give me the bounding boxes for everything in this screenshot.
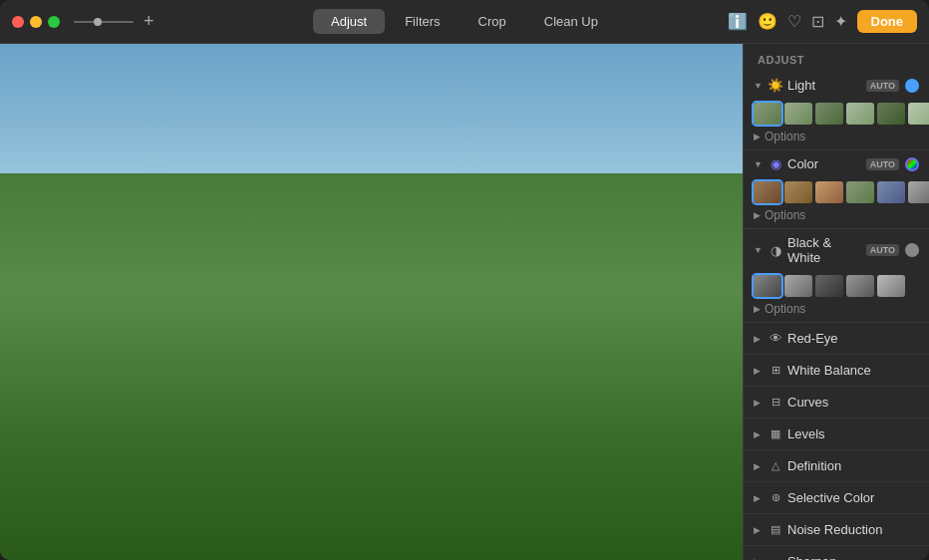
bw-thumb-1[interactable]	[754, 275, 781, 297]
tab-crop[interactable]: Crop	[461, 9, 524, 34]
light-toggle[interactable]	[905, 79, 919, 93]
levels-icon: ▦	[768, 427, 783, 440]
zoom-control: +	[74, 11, 155, 32]
section-levels[interactable]: ▶ ▦ Levels	[744, 419, 929, 450]
close-button[interactable]	[12, 16, 24, 28]
bw-thumb-5[interactable]	[877, 275, 905, 297]
share-icon[interactable]: ✦	[834, 12, 847, 31]
done-button[interactable]: Done	[857, 10, 918, 33]
tab-cleanup[interactable]: Clean Up	[526, 9, 616, 34]
zoom-thumb	[94, 18, 102, 26]
chevron-noise-reduction: ▶	[754, 525, 764, 535]
chevron-color: ▼	[754, 159, 764, 169]
section-red-eye-label: Red-Eye	[787, 331, 919, 346]
section-color-header[interactable]: ▼ ◉ Color AUTO	[744, 150, 929, 177]
section-curves-label: Curves	[787, 395, 919, 410]
section-curves[interactable]: ▶ ⊟ Curves	[744, 387, 929, 419]
bg-grass	[0, 173, 743, 561]
options-chevron-color: ▶	[754, 210, 761, 220]
section-definition[interactable]: ▶ △ Definition	[744, 450, 929, 482]
light-icon: ☀️	[768, 78, 783, 93]
chevron-red-eye: ▶	[754, 334, 764, 344]
color-options-label: Options	[765, 208, 805, 222]
light-thumb-1[interactable]	[754, 103, 781, 125]
tab-adjust[interactable]: Adjust	[313, 9, 385, 34]
section-sharpen[interactable]: ▶ ▲ Sharpen	[744, 546, 929, 560]
section-noise-reduction-label: Noise Reduction	[787, 522, 919, 537]
section-sharpen-label: Sharpen	[787, 554, 919, 560]
color-auto-badge[interactable]: AUTO	[866, 158, 899, 170]
titlebar-right: ℹ️ 🙂 ♡ ⊡ ✦ Done	[728, 10, 918, 33]
options-chevron-light: ▶	[754, 132, 761, 141]
light-thumb-3[interactable]	[815, 103, 843, 125]
noise-reduction-icon: ▤	[768, 523, 783, 536]
color-thumb-2[interactable]	[784, 181, 812, 203]
bw-options-label: Options	[765, 302, 805, 316]
bw-thumbnails	[744, 271, 929, 299]
section-color: ▼ ◉ Color AUTO ▶ Options	[744, 150, 929, 229]
tab-filters[interactable]: Filters	[387, 9, 458, 34]
section-light-label: Light	[787, 78, 862, 93]
section-bw: ▼ ◑ Black & White AUTO ▶ Options	[744, 229, 929, 323]
chevron-bw: ▼	[754, 245, 764, 255]
chevron-light: ▼	[754, 81, 764, 91]
zoom-slider[interactable]	[74, 21, 134, 23]
color-thumb-6[interactable]	[908, 181, 929, 203]
options-chevron-bw: ▶	[754, 304, 761, 314]
section-red-eye[interactable]: ▶ 👁 Red-Eye	[744, 323, 929, 355]
definition-icon: △	[768, 459, 783, 472]
photo-area	[0, 44, 743, 560]
section-white-balance[interactable]: ▶ ⊞ White Balance	[744, 355, 929, 387]
chevron-curves: ▶	[754, 398, 764, 408]
crop-icon[interactable]: ⊡	[811, 12, 824, 31]
photo-canvas	[0, 44, 743, 560]
color-thumb-5[interactable]	[877, 181, 905, 203]
light-thumb-2[interactable]	[784, 103, 812, 125]
selective-color-icon: ⊛	[768, 491, 783, 504]
light-thumb-6[interactable]	[908, 103, 929, 125]
curves-icon: ⊟	[768, 396, 783, 409]
chevron-definition: ▶	[754, 461, 764, 471]
section-light-header[interactable]: ▼ ☀️ Light AUTO	[744, 72, 929, 99]
bw-auto-badge[interactable]: AUTO	[866, 244, 899, 256]
white-balance-icon: ⊞	[768, 364, 783, 377]
color-icon: ◉	[768, 156, 783, 171]
bw-icon: ◑	[768, 243, 783, 258]
emoji-icon[interactable]: 🙂	[758, 12, 777, 31]
section-noise-reduction[interactable]: ▶ ▤ Noise Reduction	[744, 514, 929, 546]
bw-options-row[interactable]: ▶ Options	[744, 299, 929, 322]
nav-tabs: Adjust Filters Crop Clean Up	[313, 9, 616, 34]
light-options-label: Options	[765, 130, 805, 143]
chevron-sharpen: ▶	[754, 557, 764, 561]
bw-toggle[interactable]	[905, 243, 919, 257]
color-thumb-1[interactable]	[754, 181, 781, 203]
chevron-levels: ▶	[754, 429, 764, 439]
light-options-row[interactable]: ▶ Options	[744, 127, 929, 149]
section-bw-label: Black & White	[787, 235, 862, 265]
section-levels-label: Levels	[787, 426, 919, 441]
color-toggle[interactable]	[905, 157, 919, 171]
section-selective-color[interactable]: ▶ ⊛ Selective Color	[744, 482, 929, 514]
maximize-button[interactable]	[48, 16, 60, 28]
color-thumbnails	[744, 177, 929, 205]
heart-icon[interactable]: ♡	[787, 12, 801, 31]
bw-thumb-4[interactable]	[846, 275, 874, 297]
color-thumb-4[interactable]	[846, 181, 874, 203]
section-light: ▼ ☀️ Light AUTO ▶ Options	[744, 72, 929, 150]
panel-header: ADJUST	[744, 44, 929, 72]
light-thumb-5[interactable]	[877, 103, 905, 125]
section-bw-header[interactable]: ▼ ◑ Black & White AUTO	[744, 229, 929, 271]
traffic-lights	[12, 16, 60, 28]
bw-thumb-3[interactable]	[815, 275, 843, 297]
minimize-button[interactable]	[30, 16, 42, 28]
section-selective-color-label: Selective Color	[787, 490, 919, 505]
color-options-row[interactable]: ▶ Options	[744, 205, 929, 228]
red-eye-icon: 👁	[768, 331, 783, 346]
light-thumb-4[interactable]	[846, 103, 874, 125]
info-icon[interactable]: ℹ️	[728, 12, 748, 31]
section-definition-label: Definition	[787, 458, 919, 473]
add-button[interactable]: +	[144, 11, 155, 32]
bw-thumb-2[interactable]	[784, 275, 812, 297]
color-thumb-3[interactable]	[815, 181, 843, 203]
light-auto-badge[interactable]: AUTO	[866, 80, 899, 92]
